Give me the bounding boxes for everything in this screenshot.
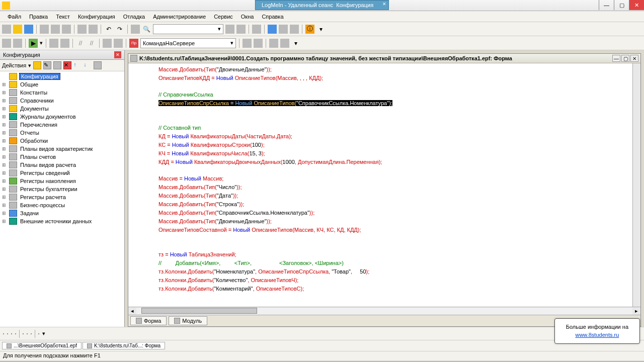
- tree-item[interactable]: ⊞Задачи: [1, 209, 123, 217]
- search-combo[interactable]: ▾: [153, 24, 223, 34]
- tree-item[interactable]: ⊞Планы видов расчета: [1, 161, 123, 169]
- panel-close-icon[interactable]: ✕: [114, 51, 121, 58]
- banner-close-icon[interactable]: ✕: [382, 2, 386, 7]
- copy2-icon[interactable]: [53, 61, 61, 69]
- menu-Справка[interactable]: Справка: [258, 13, 287, 21]
- lt5-icon[interactable]: [23, 333, 24, 334]
- proc-icon[interactable]: Пр: [129, 39, 138, 48]
- redo-icon[interactable]: ↷: [115, 25, 124, 34]
- undo-icon[interactable]: ↶: [104, 25, 113, 34]
- file-tab[interactable]: ...\ВнешняяОбработка1.epf: [2, 342, 82, 349]
- tree-item[interactable]: ⊞Общие: [1, 80, 123, 88]
- config-tree[interactable]: Конфигурация⊞Общие⊞Константы⊞Справочники…: [0, 71, 124, 327]
- menu-Файл[interactable]: Файл: [4, 13, 25, 21]
- db-icon[interactable]: [279, 25, 288, 34]
- code-editor[interactable]: Массив.Добавить(Тип("ДвоичныеДанные")); …: [128, 63, 640, 307]
- add-icon[interactable]: [33, 61, 41, 69]
- sort-icon[interactable]: [94, 61, 102, 69]
- lt6-icon[interactable]: [27, 333, 28, 334]
- tab-Форма[interactable]: Форма: [130, 316, 167, 325]
- tab-Модуль[interactable]: Модуль: [169, 316, 207, 325]
- config-icon[interactable]: [268, 25, 277, 34]
- menu-Текст[interactable]: Текст: [52, 13, 73, 21]
- tree-item[interactable]: ⊞Планы счетов: [1, 153, 123, 161]
- tree-item[interactable]: ⊞Перечисления: [1, 121, 123, 129]
- tree-item[interactable]: ⊞Отчеты: [1, 129, 123, 137]
- lt3-icon[interactable]: [11, 333, 12, 334]
- indent-left-icon[interactable]: [2, 39, 11, 48]
- lt2-icon[interactable]: [7, 333, 8, 334]
- tree-item[interactable]: ⊞Внешние источники данных: [1, 217, 123, 225]
- maximize-button[interactable]: ▢: [614, 0, 629, 10]
- menu-Правка[interactable]: Правка: [26, 13, 51, 21]
- comment-icon[interactable]: //: [76, 39, 85, 48]
- d-icon[interactable]: [280, 39, 289, 48]
- doc-min-icon[interactable]: —: [612, 55, 620, 62]
- tree-item[interactable]: ⊞Документы: [1, 105, 123, 113]
- lt8-icon[interactable]: [38, 333, 39, 334]
- indent-right-icon[interactable]: [13, 39, 22, 48]
- menu-Окна[interactable]: Окна: [237, 13, 258, 21]
- find-icon[interactable]: [131, 25, 140, 34]
- b-icon[interactable]: [254, 39, 263, 48]
- horizontal-scrollbar[interactable]: ◂ ▸: [128, 307, 640, 315]
- run-icon[interactable]: ▶: [29, 39, 38, 48]
- delete-icon[interactable]: ✕: [63, 61, 71, 69]
- up-icon[interactable]: ↑: [73, 61, 82, 69]
- dropdown-icon[interactable]: ▾: [316, 25, 326, 34]
- menu-Конфигурация[interactable]: Конфигурация: [74, 13, 119, 21]
- cut-icon[interactable]: [40, 25, 49, 34]
- tree-item[interactable]: ⊞Регистры бухгалтерии: [1, 185, 123, 193]
- debug-icon[interactable]: [49, 39, 58, 48]
- c-icon[interactable]: [269, 39, 278, 48]
- windows-icon[interactable]: [252, 25, 261, 34]
- minimize-button[interactable]: —: [599, 0, 614, 10]
- status-bar: Для получения подсказки нажмите F1: [0, 351, 644, 361]
- procedure-combo[interactable]: КомандаНаСервере▾: [140, 38, 236, 48]
- tree-item[interactable]: ⊞Планы видов характеристик: [1, 145, 123, 153]
- lt7-icon[interactable]: [31, 333, 32, 334]
- menu-Сервис[interactable]: Сервис: [210, 13, 236, 21]
- copy-icon[interactable]: [51, 25, 60, 34]
- bookmark-icon[interactable]: [103, 39, 112, 48]
- vertical-scrollbar[interactable]: [632, 63, 640, 307]
- nav-back-icon[interactable]: [225, 25, 234, 34]
- tree-item[interactable]: ⊞Журналы документов: [1, 113, 123, 121]
- document-title: K:\8students.ru\ТаблицаЗначений\0001.Соз…: [139, 55, 611, 61]
- tree-item[interactable]: ⊞Справочники: [1, 97, 123, 105]
- save-icon[interactable]: [24, 25, 33, 34]
- new-icon[interactable]: [2, 25, 11, 34]
- uncomment-icon[interactable]: //: [87, 39, 96, 48]
- tree-item[interactable]: ⊞Обработки: [1, 137, 123, 145]
- nav-fwd-icon[interactable]: [236, 25, 246, 34]
- file-tab[interactable]: K:\8students.ru\Таб...: Форма: [83, 342, 165, 349]
- down-icon[interactable]: ↓: [84, 61, 92, 69]
- tree-item[interactable]: Конфигурация: [1, 72, 123, 80]
- tree-item[interactable]: ⊞Константы: [1, 88, 123, 97]
- zoom-icon[interactable]: 🔍: [142, 25, 151, 34]
- help-icon[interactable]: ⓘ: [305, 25, 314, 34]
- e-icon[interactable]: ▾: [291, 39, 300, 48]
- doc-max-icon[interactable]: ▢: [621, 55, 629, 62]
- menu-Отладка[interactable]: Отладка: [120, 13, 148, 21]
- doc-close-icon[interactable]: ✕: [630, 55, 638, 62]
- edit-icon[interactable]: ✎: [43, 61, 51, 69]
- tool-icon[interactable]: [290, 25, 299, 34]
- paste-icon[interactable]: [62, 25, 71, 34]
- tree-item[interactable]: ⊞Регистры расчета: [1, 193, 123, 201]
- preview-icon[interactable]: [89, 25, 98, 34]
- document-header: K:\8students.ru\ТаблицаЗначений\0001.Соз…: [128, 54, 640, 63]
- lt1-icon[interactable]: [3, 333, 4, 334]
- break-icon[interactable]: [60, 39, 69, 48]
- tree-item[interactable]: ⊞Регистры сведений: [1, 169, 123, 177]
- next-bm-icon[interactable]: [114, 39, 123, 48]
- tree-item[interactable]: ⊞Регистры накопления: [1, 177, 123, 185]
- close-button[interactable]: ✕: [629, 0, 644, 10]
- info-link[interactable]: www.8students.ru: [575, 332, 619, 338]
- lt4-icon[interactable]: [15, 333, 16, 334]
- a-icon[interactable]: [243, 39, 252, 48]
- open-icon[interactable]: [13, 25, 22, 34]
- menu-Администрирование[interactable]: Администрирование: [149, 13, 209, 21]
- tree-item[interactable]: ⊞Бизнес-процессы: [1, 201, 123, 209]
- print-icon[interactable]: [77, 25, 87, 34]
